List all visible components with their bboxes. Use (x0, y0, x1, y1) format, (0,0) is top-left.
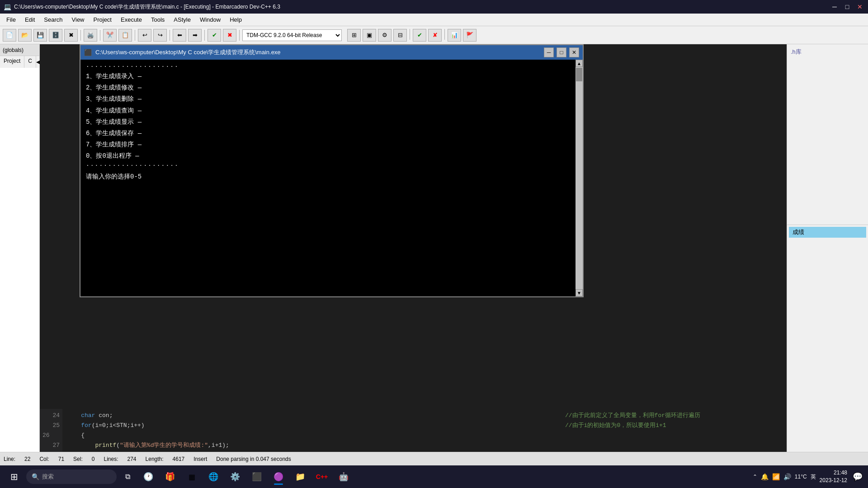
title-bar-text: C:\Users\ws-computer\Desktop\My C code\学… (14, 3, 280, 11)
start-button[interactable]: ⊞ (4, 468, 24, 486)
right-sidebar: .h库 成绩 (787, 44, 868, 452)
scroll-down-button[interactable]: ▼ (576, 289, 583, 296)
taskbar-app-android[interactable]: 🤖 (334, 468, 354, 486)
separator-6 (239, 30, 240, 41)
dotted-top: ····················· (86, 63, 570, 70)
console-scrollbar[interactable]: ▲ ▼ (576, 60, 583, 296)
col-value: 71 (58, 456, 64, 462)
lines-label: Lines: (104, 456, 118, 462)
code-content[interactable]: char con; for(i=0;i<STN;i++) { printf("请… (62, 409, 561, 452)
toolbar-right-icons: ⊞ ▣ ⚙ ⊟ ✔ ✘ 📊 🚩 (347, 29, 476, 42)
code-line-27: printf("请输入第%d学生的学号和成绩:",i+1); (67, 441, 556, 450)
unindent-button[interactable]: ➡ (188, 29, 202, 42)
compiler-select[interactable]: TDM-GCC 9.2.0 64-bit Release (242, 29, 342, 41)
col-label: Col: (39, 456, 49, 462)
menu-window[interactable]: Window (195, 14, 225, 25)
menu-item-0: 0、按0退出程序 — (86, 150, 570, 162)
title-bar: 💻 C:\Users\ws-computer\Desktop\My C code… (0, 0, 868, 14)
run-button[interactable]: ✖ (223, 29, 236, 42)
flag-button[interactable]: 🚩 (463, 29, 476, 42)
panel-button[interactable]: ▣ (363, 29, 376, 42)
menu-item-7: 7、学生成绩排序 — (86, 139, 570, 150)
menu-execute[interactable]: Execute (116, 14, 146, 25)
menu-project[interactable]: Project (89, 14, 116, 25)
console-close-button[interactable]: ✕ (569, 47, 579, 57)
done-label: Done parsing in 0.047 seconds (216, 456, 291, 462)
tray-notification-icon: 🔔 (761, 473, 769, 480)
status-bar: Line: 22 Col: 71 Sel: 0 Lines: 274 Lengt… (0, 452, 868, 465)
cancel-button[interactable]: ✘ (428, 29, 442, 42)
tray-chevron[interactable]: ⌃ (753, 474, 757, 480)
search-bar[interactable]: 🔍 搜索 (26, 469, 117, 484)
code-line-25: for(i=0;i<STN;i++) (67, 421, 556, 431)
maximize-button[interactable]: □ (843, 2, 852, 11)
chart-button[interactable]: 📊 (448, 29, 461, 42)
taskbar-app-pycharm[interactable]: 🟣 (269, 468, 288, 486)
menu-help[interactable]: Help (225, 14, 246, 25)
notification-center-button[interactable]: 💬 (851, 470, 864, 483)
length-label: Length: (146, 456, 164, 462)
menu-item-4: 4、学生成绩查询 — (86, 105, 570, 117)
cut-button[interactable]: ✂️ (103, 29, 117, 42)
options-button[interactable]: ⚙ (378, 29, 392, 42)
separator-1 (80, 30, 81, 41)
scroll-up-button[interactable]: ▲ (576, 60, 583, 67)
copy-button[interactable]: 📋 (118, 29, 132, 42)
separator-8 (444, 29, 445, 40)
sidebar-tab-project[interactable]: Project (0, 56, 24, 68)
sidebar: (globals) Project C ◀ (0, 44, 40, 452)
scroll-thumb[interactable] (576, 68, 582, 81)
task-view-button[interactable]: ⧉ (118, 468, 137, 486)
line-num-26: 26 (42, 431, 60, 441)
menu-view[interactable]: View (67, 14, 89, 25)
separator-5 (204, 30, 205, 41)
print-button[interactable]: 🖨️ (84, 29, 97, 42)
open-button[interactable]: 📂 (18, 29, 32, 42)
save-all-button[interactable]: 🗄️ (49, 29, 62, 42)
sel-value: 0 (92, 456, 95, 462)
right-bottom-label: 成绩 (789, 227, 866, 238)
save-button[interactable]: 💾 (33, 29, 47, 42)
minimize-button[interactable]: ─ (830, 2, 839, 11)
compile-button[interactable]: ✔ (208, 29, 221, 42)
search-placeholder: 搜索 (42, 473, 54, 481)
taskbar-app-clock[interactable]: 🕐 (138, 468, 158, 486)
code-comments: //由于此前定义了全局变量，利用for循环进行遍历 //由于i的初始值为0，所以… (561, 409, 787, 452)
new-button[interactable]: 📄 (3, 29, 16, 42)
globals-bar: (globals) (0, 44, 39, 56)
taskbar-app-edge[interactable]: 🌐 (203, 468, 223, 486)
taskbar-app-files[interactable]: 📁 (290, 468, 310, 486)
console-icon: ⬛ (84, 49, 92, 56)
console-minimize-button[interactable]: ─ (544, 47, 554, 57)
menu-search[interactable]: Search (39, 14, 67, 25)
layout-button[interactable]: ⊟ (393, 29, 407, 42)
close-file-button[interactable]: ✖ (64, 29, 78, 42)
sidebar-tab-c[interactable]: C (24, 56, 36, 68)
taskbar-app-devcpp[interactable]: C++ (312, 468, 332, 486)
title-bar-controls: ─ □ ✕ (830, 2, 864, 11)
sidebar-tabs: Project C ◀ (0, 56, 39, 68)
menu-tools[interactable]: Tools (146, 14, 169, 25)
code-line-26: { (67, 431, 556, 441)
close-button[interactable]: ✕ (855, 2, 864, 11)
title-bar-left: 💻 C:\Users\ws-computer\Desktop\My C code… (4, 3, 280, 11)
editor-area: ⬛ C:\Users\ws-computer\Desktop\My C code… (40, 44, 787, 452)
indent-button[interactable]: ⬅ (173, 29, 186, 42)
taskbar-app-settings[interactable]: ⚙️ (225, 468, 245, 486)
taskbar-app-taskview[interactable]: ▦ (182, 468, 202, 486)
lines-value: 274 (127, 456, 137, 462)
redo-button[interactable]: ↪ (153, 29, 167, 42)
line-value: 22 (24, 456, 30, 462)
taskbar-app-gift[interactable]: 🎁 (160, 468, 180, 486)
menu-astyle[interactable]: AStyle (169, 14, 195, 25)
menu-item-2: 2、学生成绩修改 — (86, 82, 570, 94)
grid-view-button[interactable]: ⊞ (347, 29, 361, 42)
menu-item-6: 6、学生成绩保存 — (86, 128, 570, 139)
menu-file[interactable]: File (2, 14, 20, 25)
menu-edit[interactable]: Edit (20, 14, 39, 25)
check-button[interactable]: ✔ (413, 29, 426, 42)
taskbar-app-terminal[interactable]: ⬛ (247, 468, 267, 486)
console-maximize-button[interactable]: □ (557, 47, 566, 57)
undo-button[interactable]: ↩ (138, 29, 151, 42)
clock-date: 2023-12-12 (820, 477, 847, 484)
